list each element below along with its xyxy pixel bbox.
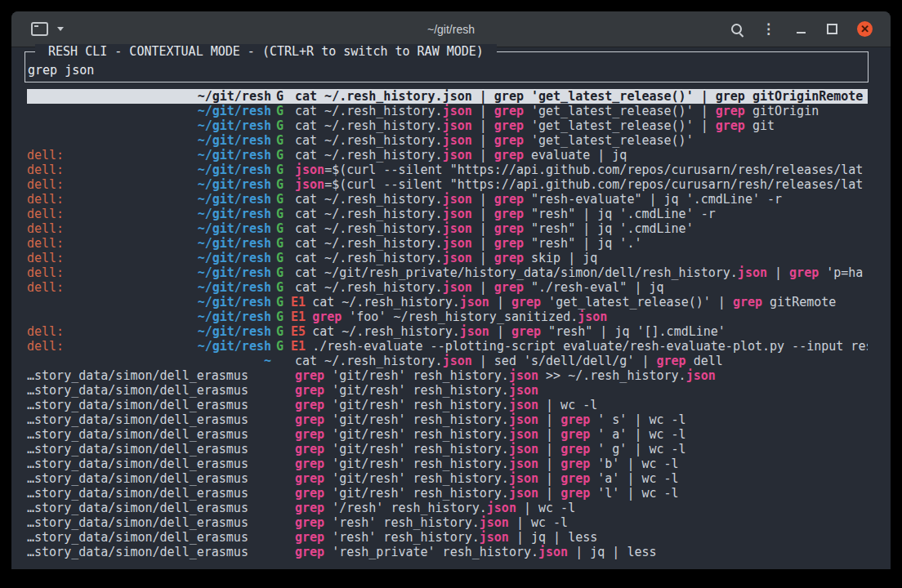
host-context: …story_data/simon/dell_erasmus <box>27 486 248 501</box>
history-row[interactable]: ~/git/resh G cat ~/.resh_history.json | … <box>27 89 868 104</box>
history-row[interactable]: …story_data/simon/dell_erasmus grep 'git… <box>27 457 868 471</box>
context-directory-cell: ~/git/resh <box>27 118 271 133</box>
context-directory-cell: ~/git/resh <box>27 133 271 148</box>
command-text: cat ~/.resh_history.json | grep 'get_lat… <box>312 295 868 310</box>
command-text: cat ~/.resh_history.json | grep "resh" |… <box>295 236 868 251</box>
command-text: grep 'foo' ~/resh_history_sanitized.json <box>312 310 868 324</box>
history-row[interactable]: dell:~/git/resh G cat ~/.resh_history.js… <box>27 207 868 221</box>
restore-button[interactable] <box>826 20 837 38</box>
command-text: json=$(curl --silent "https://api.github… <box>295 163 868 177</box>
working-directory: ~/git/resh <box>198 221 271 236</box>
history-row[interactable]: ~/git/resh G cat ~/.resh_history.json | … <box>27 118 868 133</box>
history-row[interactable]: dell:~/git/resh G E1 ./resh-evaluate --p… <box>27 339 868 354</box>
host-context: …story_data/simon/dell_erasmus <box>27 530 248 545</box>
working-directory: ~/git/resh <box>198 295 271 310</box>
search-button[interactable] <box>730 20 742 38</box>
history-row[interactable]: ~/git/resh G E1 cat ~/.resh_history.json… <box>27 295 868 310</box>
context-directory-cell: dell:~/git/resh <box>27 324 271 339</box>
history-row[interactable]: dell:~/git/resh G json=$(curl --silent "… <box>27 177 868 192</box>
working-directory: ~/git/resh <box>198 207 271 221</box>
host-context: dell: <box>27 221 64 236</box>
status-flags <box>276 545 288 559</box>
context-directory-cell: dell:~/git/resh <box>27 177 271 192</box>
close-button[interactable]: ✕ <box>857 20 873 38</box>
host-context: dell: <box>27 236 64 251</box>
history-row[interactable]: …story_data/simon/dell_erasmus grep 'git… <box>27 368 868 383</box>
new-tab-icon <box>31 22 48 36</box>
history-row[interactable]: ~/git/resh G E1 grep 'foo' ~/resh_histor… <box>27 310 868 324</box>
history-row[interactable]: ~/git/resh G cat ~/.resh_history.json | … <box>27 133 868 148</box>
history-row[interactable]: ~ cat ~/.resh_history.json | sed 's/dell… <box>27 354 868 368</box>
host-context: dell: <box>27 251 64 265</box>
working-directory: ~/git/resh <box>198 265 271 280</box>
context-directory-cell: dell:~/git/resh <box>27 192 271 207</box>
working-directory: ~ <box>264 354 271 368</box>
history-row[interactable]: dell:~/git/resh G json=$(curl --silent "… <box>27 163 868 177</box>
command-text: cat ~/.resh_history.json | grep 'get_lat… <box>295 118 868 133</box>
history-row[interactable]: dell:~/git/resh G E5 cat ~/.resh_history… <box>27 324 868 339</box>
new-tab-button[interactable] <box>31 20 48 38</box>
command-text: ./resh-evaluate --plotting-script evalua… <box>312 339 868 354</box>
history-row[interactable]: …story_data/simon/dell_erasmus grep '/re… <box>27 501 868 515</box>
history-row[interactable]: …story_data/simon/dell_erasmus grep 'git… <box>27 471 868 486</box>
context-directory-cell: dell:~/git/resh <box>27 236 271 251</box>
context-directory-cell: dell:~/git/resh <box>27 163 271 177</box>
history-row[interactable]: dell:~/git/resh G cat ~/.resh_history.js… <box>27 221 868 236</box>
search-query-input[interactable]: grep json <box>28 63 865 78</box>
minimize-button[interactable] <box>795 20 806 38</box>
context-directory-cell: …story_data/simon/dell_erasmus <box>27 457 271 471</box>
history-row[interactable]: …story_data/simon/dell_erasmus grep 'git… <box>27 427 868 442</box>
status-flags <box>276 368 288 383</box>
status-flags <box>276 398 288 412</box>
history-row[interactable]: dell:~/git/resh G cat ~/.resh_history.js… <box>27 192 868 207</box>
history-row[interactable]: …story_data/simon/dell_erasmus grep 'git… <box>27 412 868 427</box>
history-row[interactable]: dell:~/git/resh G cat ~/.resh_history.js… <box>27 148 868 163</box>
context-directory-cell: …story_data/simon/dell_erasmus <box>27 515 271 530</box>
history-row[interactable]: …story_data/simon/dell_erasmus grep 'res… <box>27 545 868 559</box>
history-row[interactable]: …story_data/simon/dell_erasmus grep 'res… <box>27 515 868 530</box>
context-directory-cell: dell:~/git/resh <box>27 207 271 221</box>
command-text: grep 'git/resh' resh_history.json | grep… <box>295 471 868 486</box>
command-text: grep 'git/resh' resh_history.json | grep… <box>295 442 868 457</box>
history-row[interactable]: ~/git/resh G cat ~/.resh_history.json | … <box>27 104 868 118</box>
context-directory-cell: …story_data/simon/dell_erasmus <box>27 368 271 383</box>
command-text: grep 'git/resh' resh_history.json | wc -… <box>295 398 868 412</box>
command-text: grep 'git/resh' resh_history.json | grep… <box>295 486 868 501</box>
working-directory: ~/git/resh <box>198 163 271 177</box>
history-row[interactable]: …story_data/simon/dell_erasmus grep 'git… <box>27 442 868 457</box>
working-directory: ~/git/resh <box>198 310 271 324</box>
status-flags: G <box>276 280 288 295</box>
titlebar: ~/git/resh ⋮ ✕ <box>11 11 891 47</box>
history-row[interactable]: …story_data/simon/dell_erasmus grep 'git… <box>27 383 868 398</box>
status-flags: G <box>276 251 288 265</box>
working-directory: ~/git/resh <box>198 89 271 104</box>
history-row[interactable]: dell:~/git/resh G cat ~/.resh_history.js… <box>27 236 868 251</box>
restore-icon <box>827 24 837 34</box>
history-row[interactable]: …story_data/simon/dell_erasmus grep 'git… <box>27 486 868 501</box>
context-directory-cell: …story_data/simon/dell_erasmus <box>27 427 271 442</box>
context-directory-cell: dell:~/git/resh <box>27 251 271 265</box>
host-context: …story_data/simon/dell_erasmus <box>27 501 248 515</box>
history-row[interactable]: dell:~/git/resh G cat ~/.resh_history.js… <box>27 280 868 295</box>
host-context: …story_data/simon/dell_erasmus <box>27 412 248 427</box>
host-context: dell: <box>27 163 64 177</box>
working-directory: ~/git/resh <box>198 148 271 163</box>
tab-dropdown-button[interactable] <box>55 20 66 38</box>
history-row[interactable]: …story_data/simon/dell_erasmus grep 'git… <box>27 398 868 412</box>
menu-button[interactable]: ⋮ <box>761 20 775 38</box>
resh-panel: RESH CLI - CONTEXTUAL MODE - (CTRL+R to … <box>25 51 869 82</box>
status-flags: G E1 <box>276 310 306 324</box>
context-directory-cell: …story_data/simon/dell_erasmus <box>27 471 271 486</box>
host-context: dell: <box>27 177 64 192</box>
command-text: grep 'git/resh' resh_history.json | grep… <box>295 427 868 442</box>
status-flags: G <box>276 265 288 280</box>
context-directory-cell: …story_data/simon/dell_erasmus <box>27 530 271 545</box>
history-row[interactable]: dell:~/git/resh G cat ~/git/resh_private… <box>27 265 868 280</box>
history-row[interactable]: dell:~/git/resh G cat ~/.resh_history.js… <box>27 251 868 265</box>
status-flags <box>276 427 288 442</box>
status-flags: G <box>276 192 288 207</box>
history-row[interactable]: …story_data/simon/dell_erasmus grep 'res… <box>27 530 868 545</box>
host-context: dell: <box>27 148 64 163</box>
command-text: grep 'git/resh' resh_history.json <box>295 383 868 398</box>
minimize-icon <box>797 32 806 33</box>
